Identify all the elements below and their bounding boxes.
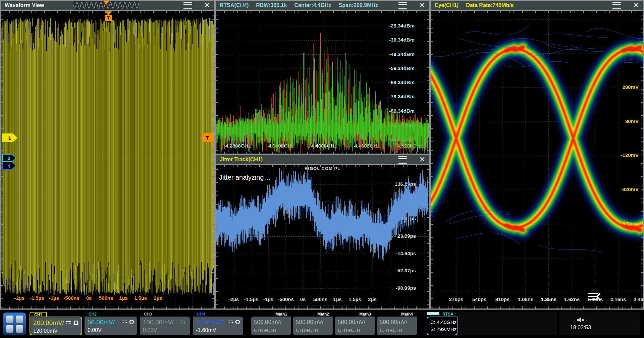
channel-card-ch4[interactable]: CH4 10.00mV/ Ω -1.60mV [193, 312, 243, 335]
axis-tick-label: -520mV [621, 221, 639, 226]
channel-tab: CH3 [140, 312, 156, 317]
impedance-symbol: Ω [235, 318, 240, 327]
axis-tick-label: -2µs [14, 295, 24, 301]
channel-offset: 0.00V [143, 327, 187, 334]
rtsa-panel: RTSA(CH4) RBW:305.1k Center:4.4GHz Span:… [215, 0, 430, 154]
math1-card[interactable]: Math1 500.00mV/ CH1+CH1 [251, 312, 291, 335]
dc-coupling-icon [180, 321, 185, 324]
close-icon[interactable]: ✕ [633, 2, 639, 9]
channel-card-ch3[interactable]: CH3 100.00mV/ 0.00V [140, 312, 190, 335]
axis-tick-label: 1µs [119, 295, 127, 301]
rtsa-plot[interactable]: -29.34dBm -39.34dBm -49.34dBm -59.34dBm … [216, 11, 429, 154]
trigger-position-marker[interactable]: T [104, 11, 113, 21]
system-tray[interactable]: 18:03:53 [559, 312, 640, 335]
axis-tick-label: 280mV [623, 84, 639, 90]
panel-title: Jitter Track(CH1) [220, 157, 263, 163]
rtsa-tab: RTSA [438, 312, 458, 317]
channel-scale: 100.00mV/ [143, 318, 174, 327]
watermark: RIGOL COM PL [305, 166, 340, 171]
axis-tick-label: 2µs [154, 295, 162, 301]
waveform-plot[interactable]: T 1 2 4 T -2µs -1.5µs -1µs -500ns 0s 500… [1, 11, 214, 308]
rtsa-titlebar: RTSA(CH4) RBW:305.1k Center:4.4GHz Span:… [216, 1, 429, 11]
math-tab: Math4 [397, 312, 417, 317]
status-bar: CH1 200.00mV/ Ω 120.00mV CH2 50.00mV/ Ω … [0, 309, 644, 338]
menu-icon[interactable] [183, 2, 192, 9]
waveform-overview-thumbnail[interactable] [73, 1, 139, 10]
jitter-titlebar: Jitter Track(CH1) ✕ [216, 155, 429, 165]
panel-title: Waveform View [5, 2, 44, 8]
rtsa-rbw: RBW:305.1k [256, 2, 287, 8]
spectrum-trace [216, 11, 429, 154]
math-tab: Math3 [355, 312, 375, 317]
rtsa-span-freq: S: 299.MHz [430, 326, 454, 333]
eye-data-rate: Data Rate:740Mb/s [466, 2, 514, 8]
axis-tick-label: -120mV [621, 152, 639, 158]
math-scale: 500.00mV/ [254, 318, 288, 327]
dc-coupling-icon [66, 321, 71, 325]
notification-area [459, 312, 557, 335]
axis-tick-label: -320mV [621, 186, 639, 192]
trigger-thumb-icon[interactable] [103, 1, 109, 5]
math-tab: Math2 [313, 312, 333, 317]
collapse-menu-icon[interactable] [588, 292, 603, 302]
axis-tick-label: 80mV [625, 118, 639, 124]
dc-coupling-icon [228, 321, 233, 324]
close-icon[interactable]: ✕ [204, 2, 210, 9]
panel-title: Eye(CH1) [435, 2, 459, 8]
math3-card[interactable]: Math3 500.00mV/ CH1+CH1 [335, 312, 375, 335]
channel-offset: 0.00V [88, 327, 134, 334]
channel-card-ch2[interactable]: CH2 50.00mV/ Ω 0.00V [85, 312, 137, 335]
clock: 18:03:53 [570, 325, 591, 331]
grid-icon [6, 316, 23, 333]
menu-icon[interactable] [612, 2, 621, 9]
axis-tick-label: 1.08ns [518, 296, 534, 302]
axis-tick-label: 810ps [495, 296, 510, 302]
waveform-trace [1, 11, 214, 308]
rtsa-center-freq: C: 4.40GHz [430, 319, 454, 326]
rtsa-card-accent [427, 312, 439, 315]
math-scale: 500.00mV/ [296, 318, 330, 327]
dc-coupling-icon [122, 321, 127, 324]
rtsa-card[interactable]: RTSA C: 4.40GHz S: 299.MHz [427, 312, 458, 335]
axis-tick-label: -1µs [49, 295, 59, 301]
math-source: CH1+CH1 [296, 327, 330, 334]
jitter-panel: Jitter Track(CH1) ✕ RIGOL COM PL Jitter … [215, 154, 430, 309]
math-scale: 500.00mV/ [380, 318, 414, 327]
axis-tick-label: 270ps [449, 296, 464, 302]
panel-title: RTSA(CH4) [220, 2, 249, 8]
axis-tick-label: 2.43ns [634, 296, 643, 302]
menu-icon[interactable] [398, 156, 407, 164]
menu-icon[interactable] [398, 2, 407, 9]
eye-diagram [431, 11, 643, 308]
oscilloscope-screen: Waveform View ✕ T 1 2 4 [0, 0, 644, 338]
channel-scale: 50.00mV/ [88, 318, 115, 327]
jitter-status: Jitter analyzing… [219, 174, 270, 181]
axis-tick-label: -1.5µs [30, 295, 44, 301]
close-icon[interactable]: ✕ [419, 2, 425, 9]
trigger-label: T [105, 15, 112, 21]
jitter-trace [216, 165, 429, 308]
math-scale: 500.00mV/ [338, 318, 372, 327]
rtsa-center: Center:4.4GHz [294, 2, 331, 8]
axis-tick-label: 1.62ns [564, 296, 580, 302]
channel-card-ch1[interactable]: CH1 200.00mV/ Ω 120.00mV [30, 312, 82, 335]
math-tab: Math1 [271, 312, 291, 317]
waveform-titlebar: Waveform View ✕ [1, 1, 214, 11]
channel-scale: 10.00mV/ [196, 318, 223, 327]
eye-titlebar: Eye(CH1) Data Rate:740Mb/s ✕ [431, 1, 643, 11]
channel-offset: 120.00mV [33, 327, 78, 335]
jitter-plot[interactable]: RIGOL COM PL Jitter analyzing… 136.25ps … [216, 165, 429, 308]
close-icon[interactable]: ✕ [419, 156, 425, 163]
channel-offset: -1.60mV [196, 327, 240, 334]
math2-card[interactable]: Math2 500.00mV/ CH1+CH1 [293, 312, 333, 335]
rtsa-span: Span:299.9MHz [339, 2, 378, 8]
eye-plot[interactable]: 280mV 80mV -120mV -320mV -520mV 270ps 54… [431, 11, 643, 308]
axis-tick-label: 2.16ns [610, 296, 626, 302]
home-menu-button[interactable] [3, 313, 26, 335]
axis-tick-label: 1.5µs [134, 295, 147, 301]
math4-card[interactable]: Math4 500.00mV/ CH1+CH1 [377, 312, 417, 335]
axis-tick-label: 1.35ns [541, 296, 557, 302]
channel-tab: CH2 [85, 312, 101, 317]
channel-tab: CH4 [193, 312, 209, 317]
mute-speaker-icon[interactable] [576, 317, 585, 323]
